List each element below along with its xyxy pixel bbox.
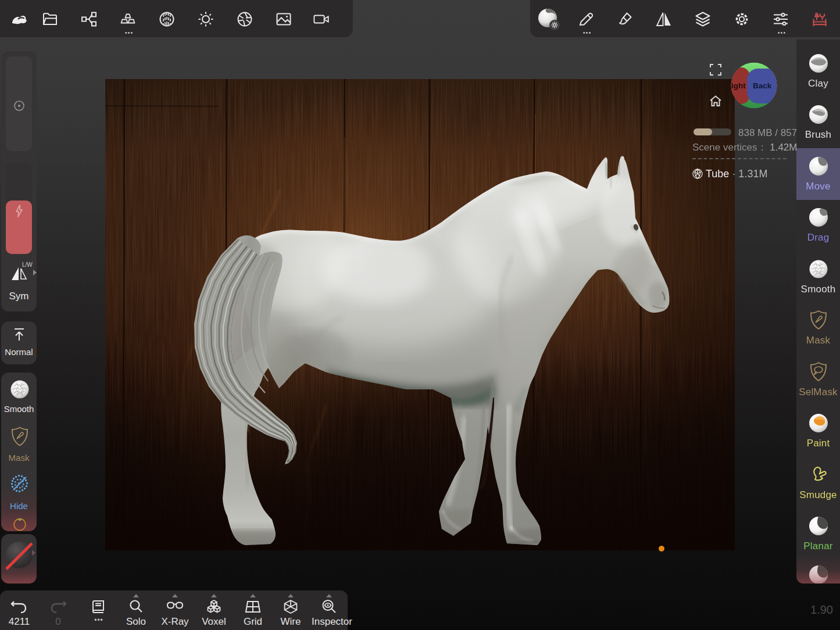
svg-text:Back: Back (753, 81, 772, 90)
svg-text:ight: ight (731, 81, 746, 90)
